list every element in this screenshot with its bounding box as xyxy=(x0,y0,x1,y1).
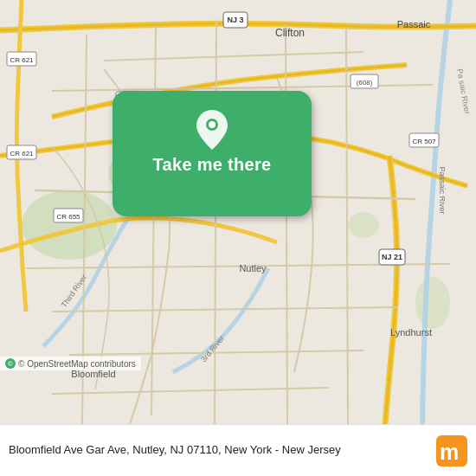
svg-text:CR 655: CR 655 xyxy=(56,213,80,221)
svg-text:CR 507: CR 507 xyxy=(412,138,436,145)
svg-text:Clifton: Clifton xyxy=(275,27,305,39)
svg-text:NJ 21: NJ 21 xyxy=(382,253,402,261)
take-me-there-button[interactable]: Take me there xyxy=(113,91,312,216)
address-text: Bloomfield Ave Gar Ave, Nutley, NJ 07110… xyxy=(9,442,436,458)
svg-text:CR 621: CR 621 xyxy=(10,150,34,158)
moovit-logo: m xyxy=(436,435,467,466)
svg-text:NJ 3: NJ 3 xyxy=(227,16,243,24)
svg-text:CR 621: CR 621 xyxy=(10,56,34,64)
bottom-bar: Bloomfield Ave Gar Ave, Nutley, NJ 07110… xyxy=(0,424,476,476)
svg-text:(608): (608) xyxy=(357,79,373,87)
copyright-bar: © © OpenStreetMap contributors xyxy=(0,357,141,370)
svg-point-3 xyxy=(415,277,450,329)
moovit-logo-icon: m xyxy=(436,435,467,466)
svg-text:Passaic River: Passaic River xyxy=(438,166,447,214)
svg-text:Passaic: Passaic xyxy=(397,19,431,29)
svg-point-43 xyxy=(209,121,215,128)
map-container: NJ 3 CR 621 CR 509 (608) CR 621 CR 507 C… xyxy=(0,0,476,424)
location-pin-icon xyxy=(193,108,231,146)
take-me-there-overlay: Take me there xyxy=(113,91,312,216)
svg-point-4 xyxy=(348,212,379,238)
button-label-text: Take me there xyxy=(153,155,272,175)
svg-text:m: m xyxy=(440,440,459,464)
svg-text:Nutley: Nutley xyxy=(239,263,267,273)
svg-text:Lyndhurst: Lyndhurst xyxy=(390,327,432,338)
osm-icon: © xyxy=(5,358,16,369)
copyright-text: © OpenStreetMap contributors xyxy=(18,359,136,369)
